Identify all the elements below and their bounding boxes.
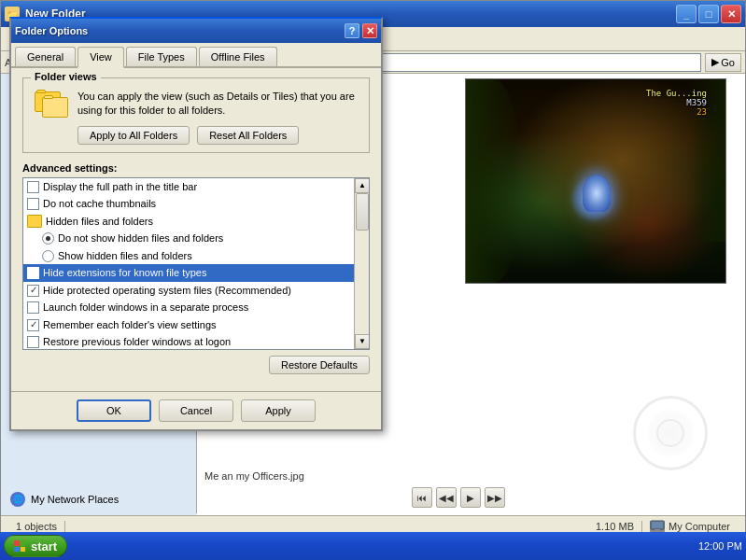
watermark <box>633 396 708 470</box>
computer-icon <box>650 521 665 532</box>
game-player-sprite <box>583 175 611 212</box>
checkbox-hide-extensions[interactable] <box>27 267 39 279</box>
svg-rect-0 <box>651 521 664 529</box>
taskbar-clock: 12:00 PM <box>698 540 742 552</box>
start-button[interactable]: start <box>4 535 67 557</box>
folder-views-description: You can apply the view (such as Details … <box>77 90 358 145</box>
settings-item-dont-show-hidden[interactable]: Do not show hidden files and folders <box>23 230 354 247</box>
media-controls: ⏮ ◀◀ ▶ ▶▶ <box>412 487 505 508</box>
settings-item-hide-protected[interactable]: Hide protected operating system files (R… <box>23 282 354 300</box>
settings-item-restore-windows[interactable]: Restore previous folder windows at logon <box>23 333 354 349</box>
folder-views-buttons: Apply to All Folders Reset All Folders <box>77 126 358 145</box>
settings-item-hidden-folder-group[interactable]: Hidden files and folders <box>23 213 354 231</box>
radio-show-hidden[interactable] <box>42 250 54 262</box>
settings-item-separate-process[interactable]: Launch folder windows in a separate proc… <box>23 299 354 316</box>
dialog-close-button[interactable]: ✕ <box>362 23 377 38</box>
desktop: 📁 New Folder _ □ ✕ Address ▶ Go 🌐 My Net… <box>0 0 746 560</box>
sidebar-network-label: My Network Places <box>31 494 119 505</box>
game-image-inner: The Gu...ing M359 23 <box>466 79 725 283</box>
dialog-action-buttons: OK Cancel Apply <box>11 391 381 429</box>
advanced-settings-label: Advanced settings: <box>22 162 370 174</box>
dialog-tabs: General View File Types Offline Files <box>11 43 381 68</box>
folder-views-content: You can apply the view (such as Details … <box>35 90 358 145</box>
network-places-icon: 🌐 <box>10 492 25 507</box>
settings-item-remember-settings[interactable]: Remember each folder's view settings <box>23 316 354 334</box>
settings-item-show-hidden[interactable]: Show hidden files and folders <box>23 247 354 265</box>
radio-dont-show-hidden[interactable] <box>42 232 54 245</box>
checkbox-remember-settings[interactable] <box>27 319 39 331</box>
checkbox-separate-process[interactable] <box>27 301 39 314</box>
group-legend: Folder views <box>31 71 101 82</box>
scrollbar-thumb[interactable] <box>356 193 369 231</box>
hidden-folder-icon <box>27 215 42 228</box>
restore-defaults-row: Restore Defaults <box>22 356 370 374</box>
taskbar: start 12:00 PM <box>0 532 746 560</box>
apply-button[interactable]: Apply <box>241 399 316 422</box>
checkbox-full-path[interactable] <box>27 181 39 193</box>
media-rewind-button[interactable]: ◀◀ <box>436 487 457 508</box>
cancel-button[interactable]: Cancel <box>159 399 233 422</box>
folder-views-group: Folder views You ca <box>22 77 370 153</box>
tab-general[interactable]: General <box>15 47 76 66</box>
settings-scrollbar: ▲ ▼ <box>354 178 369 349</box>
dialog-help-button[interactable]: ? <box>345 23 359 38</box>
dialog-titlebar: Folder Options ? ✕ <box>11 19 381 43</box>
restore-defaults-button[interactable]: Restore Defaults <box>269 356 370 374</box>
tab-file-types[interactable]: File Types <box>126 47 197 66</box>
image-caption: Me an my Officers.jpg <box>204 470 304 482</box>
status-size: 1.10 MB <box>588 521 642 532</box>
ok-button[interactable]: OK <box>77 399 151 422</box>
clock-time: 12:00 PM <box>698 540 742 552</box>
tab-view[interactable]: View <box>77 47 124 68</box>
game-ui-text: The Gu...ing <box>646 89 707 98</box>
status-objects: 1 objects <box>8 521 65 532</box>
settings-item-hide-extensions[interactable]: Hide extensions for known file types <box>23 264 354 282</box>
game-player-name: M359 <box>686 98 707 107</box>
game-screenshot: The Gu...ing M359 23 <box>465 78 726 284</box>
apply-to-all-folders-button[interactable]: Apply to All Folders <box>77 126 190 145</box>
game-player-level: 23 <box>697 107 707 117</box>
checkbox-restore-windows[interactable] <box>27 336 39 348</box>
folder-icon-decoration <box>35 90 68 123</box>
computer-label: My Computer <box>669 521 730 532</box>
scrollbar-up-button[interactable]: ▲ <box>355 178 370 193</box>
media-forward-button[interactable]: ▶▶ <box>485 487 505 508</box>
media-play-button[interactable]: ▶ <box>460 487 481 508</box>
go-button[interactable]: ▶ Go <box>705 53 741 72</box>
sidebar-item-network-places[interactable]: 🌐 My Network Places <box>5 489 193 510</box>
settings-item-full-path[interactable]: Display the full path in the title bar <box>23 178 354 196</box>
reset-all-folders-button[interactable]: Reset All Folders <box>197 126 299 145</box>
folder-options-dialog: Folder Options ? ✕ General View File Typ… <box>9 17 383 431</box>
svg-rect-1 <box>655 529 660 531</box>
checkbox-hide-protected[interactable] <box>27 285 39 297</box>
tab-offline-files[interactable]: Offline Files <box>199 47 277 66</box>
explorer-close-button[interactable]: ✕ <box>721 5 741 23</box>
settings-item-no-thumbnails[interactable]: Do not cache thumbnails <box>23 195 354 213</box>
explorer-maximize-button[interactable]: □ <box>698 5 719 23</box>
status-computer: My Computer <box>642 521 738 532</box>
scrollbar-down-button[interactable]: ▼ <box>355 334 370 349</box>
folder-views-text: You can apply the view (such as Details … <box>77 90 358 119</box>
media-skip-back-button[interactable]: ⏮ <box>412 487 432 508</box>
dialog-title: Folder Options <box>15 25 345 36</box>
settings-list: Display the full path in the title bar D… <box>23 178 354 349</box>
checkbox-no-thumbnails[interactable] <box>27 198 39 210</box>
dialog-body: Folder views You ca <box>11 68 381 391</box>
start-flag-icon <box>14 540 25 552</box>
explorer-minimize-button[interactable]: _ <box>676 5 697 23</box>
settings-list-container: Display the full path in the title bar D… <box>22 177 370 350</box>
